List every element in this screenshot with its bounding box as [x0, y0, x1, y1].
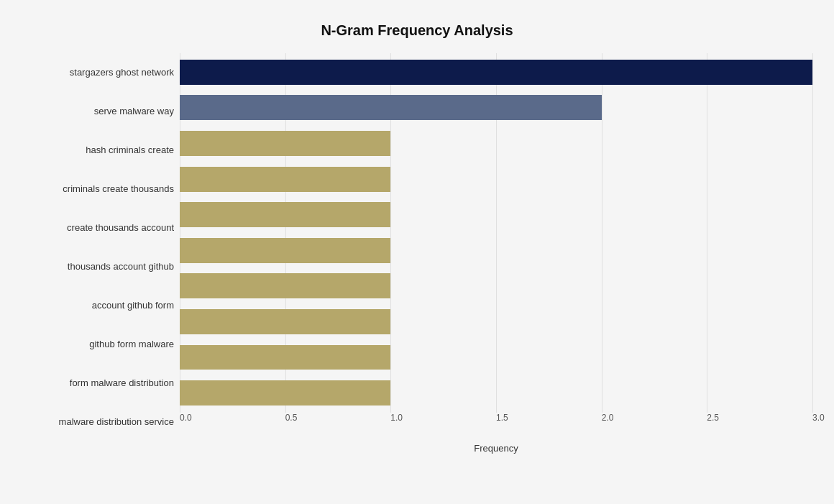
bar-row [180, 339, 812, 375]
bars-container [180, 53, 812, 413]
bar-row [180, 197, 812, 233]
bar-row [180, 55, 812, 91]
chart-title: N-Gram Frequency Analysis [22, 22, 812, 39]
y-label: criminals create thousands [22, 183, 174, 195]
y-label: hash criminals create [22, 145, 174, 156]
y-label: account github form [22, 300, 174, 311]
y-label: serve malware way [22, 106, 174, 117]
x-ticks: 0.00.51.01.52.02.53.0 [180, 413, 812, 427]
bar [180, 60, 812, 85]
y-label: github form malware [22, 339, 174, 350]
bar [180, 95, 602, 120]
bar [180, 167, 390, 192]
bar [180, 238, 390, 263]
y-label: thousands account github [22, 261, 174, 272]
bar [180, 309, 390, 334]
bar-row [180, 268, 812, 304]
chart-area: stargazers ghost networkserve malware wa… [22, 53, 812, 441]
bar-row [180, 90, 812, 126]
bar [180, 202, 390, 227]
bar-row [180, 375, 812, 411]
grid-line [812, 53, 813, 413]
y-label: form malware distribution [22, 377, 174, 389]
x-axis: 0.00.51.01.52.02.53.0 Frequency [180, 413, 812, 441]
y-label: create thousands account [22, 222, 174, 234]
bar [180, 131, 390, 156]
bar [180, 345, 390, 370]
plot-area: 0.00.51.01.52.02.53.0 Frequency [180, 53, 812, 441]
bar-row [180, 304, 812, 340]
bar [180, 273, 390, 298]
bar [180, 380, 390, 406]
bar-row [180, 126, 812, 162]
y-axis: stargazers ghost networkserve malware wa… [22, 53, 180, 441]
chart-container: N-Gram Frequency Analysis stargazers gho… [7, 8, 827, 497]
x-axis-label: Frequency [180, 443, 812, 454]
grid-and-bars [180, 53, 812, 413]
bar-row [180, 232, 812, 268]
y-label: stargazers ghost network [22, 67, 174, 78]
y-label: malware distribution service [22, 416, 174, 428]
bar-row [180, 161, 812, 197]
